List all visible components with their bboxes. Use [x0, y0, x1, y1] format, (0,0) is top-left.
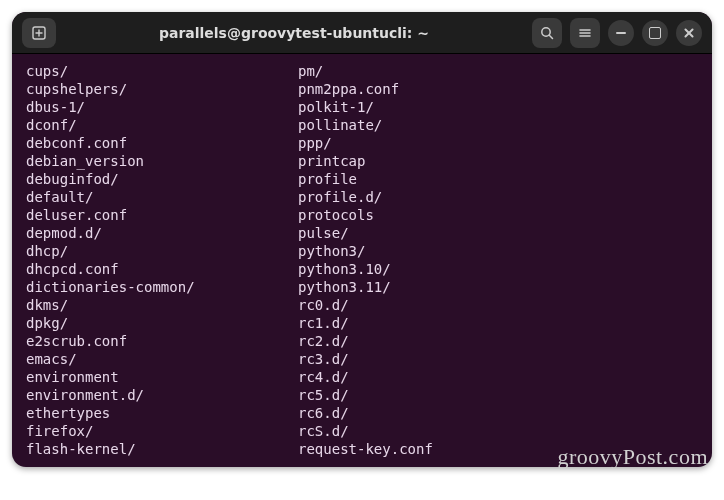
listing-row: cupshelpers/pnm2ppa.conf: [26, 80, 698, 98]
listing-row: ethertypesrc6.d/: [26, 404, 698, 422]
listing-row: firefox/rcS.d/: [26, 422, 698, 440]
new-tab-button[interactable]: [22, 18, 56, 48]
minimize-icon: [616, 32, 626, 34]
listing-left: cups/: [26, 62, 298, 80]
titlebar[interactable]: parallels@groovytest-ubuntucli: ~: [12, 12, 712, 54]
listing-row: dkms/rc0.d/: [26, 296, 698, 314]
hamburger-icon: [577, 25, 593, 41]
close-button[interactable]: [676, 20, 702, 46]
terminal-window: parallels@groovytest-ubuntucli: ~ cups/p…: [12, 12, 712, 467]
listing-row: dhcp/python3/: [26, 242, 698, 260]
listing-row: dictionaries-common/python3.11/: [26, 278, 698, 296]
listing-row: environmentrc4.d/: [26, 368, 698, 386]
window-title: parallels@groovytest-ubuntucli: ~: [64, 25, 524, 41]
minimize-button[interactable]: [608, 20, 634, 46]
listing-row: dbus-1/polkit-1/: [26, 98, 698, 116]
listing-row: dconf/pollinate/: [26, 116, 698, 134]
search-button[interactable]: [532, 18, 562, 48]
listing-row: environment.d/rc5.d/: [26, 386, 698, 404]
new-tab-icon: [31, 25, 47, 41]
listing-row: e2scrub.confrc2.d/: [26, 332, 698, 350]
listing-right: pm/: [298, 62, 323, 80]
maximize-button[interactable]: [642, 20, 668, 46]
listing-row: emacs/rc3.d/: [26, 350, 698, 368]
listing-row: deluser.confprotocols: [26, 206, 698, 224]
titlebar-right-group: [532, 18, 702, 48]
listing-row: flash-kernel/request-key.conf: [26, 440, 698, 458]
search-icon: [539, 25, 555, 41]
menu-button[interactable]: [570, 18, 600, 48]
listing-row: dhcpcd.confpython3.10/: [26, 260, 698, 278]
listing-row: cups/pm/: [26, 62, 698, 80]
listing-row: depmod.d/pulse/: [26, 224, 698, 242]
listing-row: dpkg/rc1.d/: [26, 314, 698, 332]
listing-row: default/profile.d/: [26, 188, 698, 206]
prompt-line-1: parallels@groovytest-ubuntucli:~$ nano /…: [26, 458, 698, 467]
listing-row: debian_versionprintcap: [26, 152, 698, 170]
terminal-body[interactable]: cups/pm/ cupshelpers/pnm2ppa.conf dbus-1…: [12, 54, 712, 467]
listing-row: debconf.confppp/: [26, 134, 698, 152]
listing-row: debuginfod/profile: [26, 170, 698, 188]
